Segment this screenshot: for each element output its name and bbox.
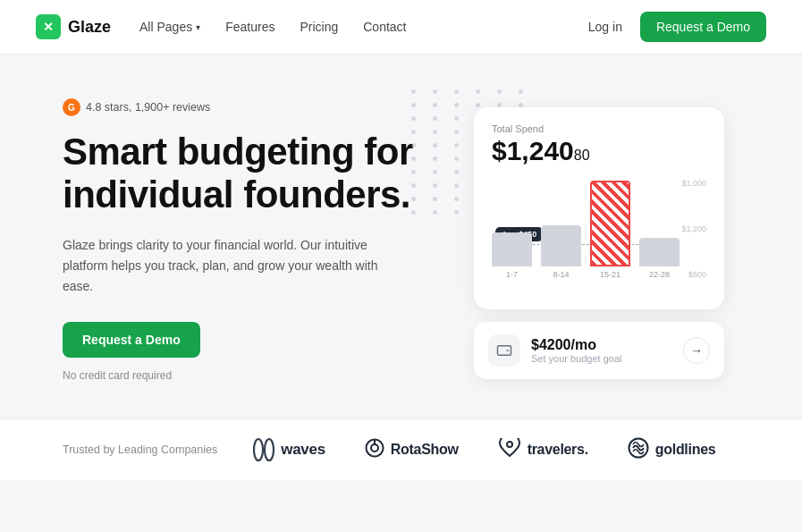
bar-group-4: 22-28	[639, 238, 680, 279]
chart-amount: $1,24080	[492, 136, 706, 166]
hero-title: Smart budgeting for individual founders.	[63, 131, 438, 217]
logo-text: Glaze	[68, 18, 111, 37]
no-credit-text: No credit card required	[63, 369, 172, 382]
goldlines-icon	[628, 437, 649, 462]
hero-left: G 4.8 stars, 1,900+ reviews Smart budget…	[63, 98, 438, 383]
trusted-label: Trusted by Leading Companies	[63, 443, 217, 456]
bar-15-21	[590, 181, 630, 266]
chart-card: Total Spend $1,24080 Avg $450 1-7 8-14	[474, 107, 724, 309]
chart-area: Avg $450 1-7 8-14 15-21	[492, 179, 706, 295]
budget-amount: $4200/mo	[531, 337, 672, 353]
waves-icon	[253, 437, 274, 462]
bar-22-28	[639, 238, 680, 266]
bar-group-2: 8-14	[541, 225, 581, 279]
company-rotashow: RotaShow	[365, 438, 459, 461]
trusted-bar: Trusted by Leading Companies waves Rot	[0, 418, 802, 480]
waves-label: waves	[281, 441, 325, 459]
wallet-icon	[488, 334, 520, 367]
budget-arrow-button[interactable]: →	[683, 337, 710, 364]
rotashow-icon	[365, 438, 384, 461]
navbar: ✕ Glaze All Pages ▾ Features Pricing Con…	[0, 0, 802, 54]
y-label-1200: $1,200	[681, 224, 706, 233]
bar-1-7	[492, 232, 532, 266]
chart-label: Total Spend	[492, 123, 706, 134]
nav-all-pages[interactable]: All Pages ▾	[139, 20, 200, 34]
y-label-500: $500	[688, 270, 706, 279]
hero-badge: G 4.8 stars, 1,900+ reviews	[63, 98, 438, 116]
bar-label-3: 15-21	[600, 270, 620, 279]
company-travelers: travelers.	[498, 438, 588, 461]
bar-label-4: 22-28	[649, 270, 670, 279]
company-waves: waves	[253, 437, 325, 462]
y-label-1000: $1,000	[681, 179, 706, 188]
travelers-icon	[498, 438, 521, 461]
budget-card: $4200/mo Set your budget goal →	[474, 322, 724, 379]
hero-section: for(let i=0;i<60;i++) document.currentSc…	[0, 54, 802, 418]
hero-description: Glaze brings clarity to your financial w…	[63, 235, 402, 297]
nav-right: Log in Request a Demo	[588, 12, 766, 42]
budget-sub: Set your budget goal	[531, 353, 672, 364]
logo-icon: ✕	[36, 14, 61, 39]
company-logos: waves RotaShow travelers.	[253, 437, 739, 462]
nav-pricing[interactable]: Pricing	[300, 20, 338, 34]
bar-label-1: 1-7	[506, 270, 518, 279]
goldlines-label: goldlines	[655, 442, 716, 458]
nav-features[interactable]: Features	[225, 20, 274, 34]
nav-contact[interactable]: Contact	[363, 20, 406, 34]
request-demo-nav-button[interactable]: Request a Demo	[640, 12, 766, 42]
svg-point-6	[507, 442, 512, 447]
rotashow-label: RotaShow	[391, 442, 459, 458]
rating-icon: G	[63, 98, 80, 116]
bar-8-14	[541, 225, 581, 266]
logo[interactable]: ✕ Glaze	[36, 14, 111, 39]
login-button[interactable]: Log in	[588, 20, 622, 34]
bar-group-3: 15-21	[590, 181, 630, 279]
svg-point-4	[371, 444, 378, 452]
chevron-down-icon: ▾	[196, 22, 200, 32]
svg-point-2	[265, 439, 274, 460]
request-demo-button[interactable]: Request a Demo	[63, 322, 200, 358]
bar-label-2: 8-14	[553, 270, 569, 279]
bar-group-1: 1-7	[492, 232, 532, 279]
badge-text: 4.8 stars, 1,900+ reviews	[86, 101, 210, 114]
travelers-label: travelers.	[528, 442, 588, 458]
chart-y-labels: $1,000 $1,200 $500	[681, 179, 706, 279]
hero-right: Total Spend $1,24080 Avg $450 1-7 8-14	[474, 107, 724, 379]
company-goldlines: goldlines	[628, 437, 716, 462]
nav-links: All Pages ▾ Features Pricing Contact	[139, 20, 560, 34]
bars-container: 1-7 8-14 15-21 22-28	[492, 181, 680, 279]
svg-point-1	[254, 439, 263, 460]
budget-info: $4200/mo Set your budget goal	[531, 337, 672, 364]
